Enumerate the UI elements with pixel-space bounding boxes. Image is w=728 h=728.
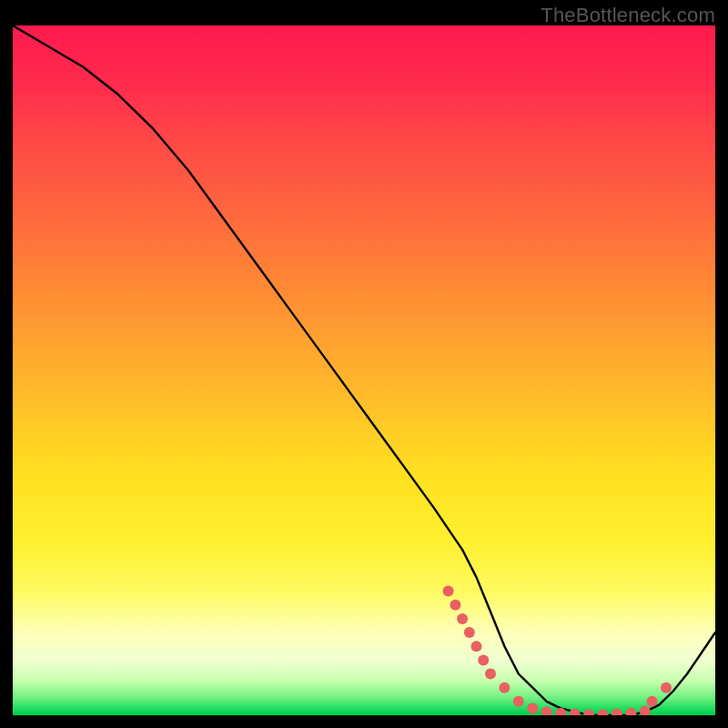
highlight-dot	[450, 600, 460, 611]
highlight-dots-group	[443, 586, 672, 715]
highlight-dot	[570, 709, 581, 716]
highlight-dot	[661, 682, 672, 693]
overlay-svg	[13, 25, 715, 715]
highlight-dot	[513, 696, 524, 707]
highlight-dot	[457, 613, 468, 624]
highlight-dot	[583, 709, 594, 715]
highlight-dot	[625, 708, 636, 715]
highlight-dot	[541, 706, 552, 715]
highlight-dot	[485, 669, 496, 680]
chart-container: TheBottleneck.com	[0, 0, 728, 728]
gradient-plot-area	[13, 25, 715, 715]
highlight-dot	[471, 641, 482, 652]
highlight-dot	[478, 654, 489, 665]
highlight-dot	[640, 706, 651, 716]
highlight-dot	[527, 703, 538, 713]
highlight-dot	[612, 709, 622, 716]
highlight-dot	[443, 586, 454, 597]
highlight-dot	[647, 696, 658, 707]
watermark-text: TheBottleneck.com	[541, 4, 715, 27]
highlight-dot	[598, 709, 609, 715]
highlight-dot	[464, 627, 475, 638]
bottleneck-curve	[13, 25, 715, 715]
highlight-dot	[499, 682, 510, 693]
